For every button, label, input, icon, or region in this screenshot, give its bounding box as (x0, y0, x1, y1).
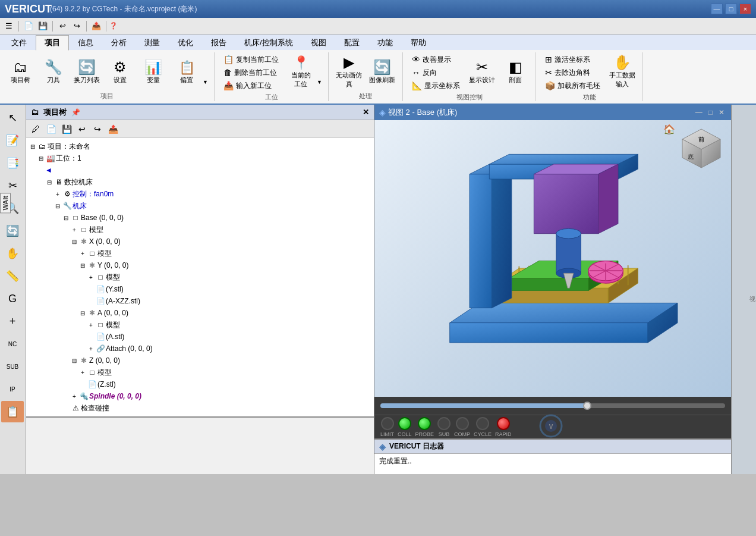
tree-nc-machine[interactable]: ⊟ 🖥 数控机床 (26, 176, 374, 188)
toggle-base-model[interactable]: + (70, 227, 78, 233)
lt-g-button[interactable]: G (1, 288, 24, 309)
toggle-y-model[interactable]: + (87, 274, 95, 281)
toggle-spindle[interactable]: + (70, 393, 78, 400)
tab-config[interactable]: 配置 (335, 35, 368, 50)
viewport-controls[interactable]: — □ ✕ (694, 108, 726, 117)
progress-thumb[interactable] (583, 402, 591, 410)
tab-project[interactable]: 项目 (36, 35, 69, 51)
toggle-machine[interactable]: ⊟ (53, 203, 62, 209)
toggle-z-model[interactable]: + (78, 369, 87, 376)
tree-z-model[interactable]: + □ 模型 (26, 366, 374, 378)
tree-y-stl[interactable]: 📄 (Y.stl) (26, 283, 374, 295)
tree-y-axis[interactable]: ⊟ ✱ Y (0, 0, 0) (26, 259, 374, 271)
lt-plus-button[interactable]: + (1, 311, 24, 332)
tool-change-button[interactable]: 🔄 换刀列表 (71, 54, 102, 90)
pin-button[interactable]: 📌 (71, 108, 80, 117)
show-coords-button[interactable]: 📐 显示坐标系 (408, 80, 464, 92)
toggle-nc[interactable]: ⊟ (45, 179, 53, 186)
simulate-button[interactable]: ▶ 无动画仿真 (333, 54, 364, 90)
reverse-button[interactable]: ↔ 反向 (408, 67, 464, 79)
tree-x-axis[interactable]: ⊟ ✱ X (0, 0, 0) (26, 236, 374, 247)
tab-file[interactable]: 文件 (2, 35, 36, 50)
current-ws-dropdown[interactable]: ▼ (316, 54, 323, 90)
tree-x-model[interactable]: + □ 模型 (26, 247, 374, 259)
lt-nc2-button[interactable]: NC (1, 333, 24, 355)
maximize-button[interactable]: □ (725, 4, 737, 14)
vp-minimize[interactable]: — (694, 108, 704, 117)
tab-measure[interactable]: 测量 (136, 35, 169, 50)
tree-machine[interactable]: ⊟ 🔧 机床 (26, 200, 374, 212)
activate-coords-button[interactable]: ⊞ 激活坐标系 (541, 54, 604, 65)
tab-info[interactable]: 信息 (69, 35, 102, 50)
tree-base-model[interactable]: + □ 模型 (26, 224, 374, 236)
tab-machine[interactable]: 机床/控制系统 (235, 35, 302, 50)
tree-base[interactable]: ⊟ □ Base (0, 0, 0) (26, 212, 374, 224)
toggle-a-model[interactable]: + (87, 322, 95, 328)
lt-nc-button[interactable]: 📝 (1, 130, 24, 151)
lt-sub-button[interactable]: 📑 (1, 152, 24, 174)
tree-collision[interactable]: ⚠ 检查碰撞 (26, 402, 374, 414)
lt-rotate-button[interactable]: 🔄 (1, 220, 24, 242)
refresh-button[interactable]: 🔄 图像刷新 (367, 54, 398, 90)
tree-a-stl[interactable]: 📄 (A.stl) (26, 331, 374, 343)
tree-z-stl[interactable]: 📄 (Z.stl) (26, 378, 374, 390)
offset-dropdown[interactable]: ▼ (202, 54, 209, 90)
toggle-station[interactable]: ⊟ (37, 155, 45, 162)
tree-edit-button[interactable]: 🖊 (29, 122, 43, 136)
viewport-3d[interactable]: 🏠 (374, 120, 731, 397)
toggle-base[interactable]: ⊟ (62, 215, 70, 221)
menu-button[interactable]: ☰ (2, 20, 15, 33)
toggle-control[interactable]: + (53, 191, 62, 198)
tree-spindle[interactable]: + 🔩 Spindle (0, 0, 0) (26, 390, 374, 402)
tree-a-axis[interactable]: ⊟ ✱ A (0, 0, 0) (26, 307, 374, 319)
save-button[interactable]: 💾 (36, 20, 49, 33)
current-workstation-button[interactable]: 📍 当前的工位 (285, 54, 316, 90)
lt-select-button[interactable]: ↖ (1, 107, 24, 128)
toggle-attach[interactable]: + (87, 346, 95, 352)
lt-ip-button[interactable]: IP (1, 378, 24, 400)
lt-sub2-button[interactable]: SUB (1, 356, 24, 377)
new-button[interactable]: 📄 (22, 20, 35, 33)
tree-project-root[interactable]: ⊟ 🗂 项目：未命名 (26, 140, 374, 152)
progress-track[interactable] (380, 403, 725, 408)
tree-undo-button[interactable]: ↩ (75, 122, 89, 136)
copy-workstation-button[interactable]: 📋 复制当前工位 (219, 54, 283, 65)
tree-station[interactable]: ⊟ 🏭 工位：1 (26, 152, 374, 164)
export-button[interactable]: 📤 (90, 20, 103, 33)
tree-axzz-stl[interactable]: 📄 (A-XZZ.stl) (26, 295, 374, 307)
settings-button[interactable]: ⚙ 设置 (105, 54, 136, 90)
lt-orange-button[interactable]: 📋 (1, 401, 24, 422)
tools-button[interactable]: 🔧 刀具 (38, 54, 69, 90)
undo-button[interactable]: ↩ (56, 20, 69, 33)
offset-button[interactable]: 📋 偏置 (171, 54, 202, 90)
variables-button[interactable]: 📊 变量 (138, 54, 169, 90)
load-stock-button[interactable]: 📦 加载所有毛坯 (541, 80, 604, 92)
toggle-project[interactable]: ⊟ (29, 143, 37, 150)
lt-measure-button[interactable]: 📏 (1, 265, 24, 287)
manual-input-button[interactable]: ✋ 手工数据输入 (607, 54, 638, 90)
toggle-a[interactable]: ⊟ (78, 310, 87, 316)
tab-report[interactable]: 报告 (202, 35, 235, 50)
tree-z-axis[interactable]: ⊟ ✱ Z (0, 0, 0) (26, 355, 374, 366)
vp-maximize[interactable]: □ (707, 108, 714, 117)
toggle-y[interactable]: ⊟ (78, 262, 87, 269)
tree-attach[interactable]: + 🔗 Attach (0, 0, 0) (26, 343, 374, 355)
tree-control[interactable]: + ⚙ 控制：fan0m (26, 188, 374, 200)
redo-button[interactable]: ↪ (70, 20, 83, 33)
window-controls[interactable]: — □ × (711, 4, 751, 14)
section-button[interactable]: ◧ 剖面 (500, 54, 531, 90)
toggle-x[interactable]: ⊟ (70, 239, 78, 245)
show-design-button[interactable]: ✂ 显示设计 (467, 54, 497, 90)
tree-new-button[interactable]: 📄 (44, 122, 58, 136)
tree-save-button[interactable]: 💾 (59, 122, 74, 136)
panel-close-button[interactable]: ✕ (363, 108, 369, 117)
remove-material-button[interactable]: ✂ 去除边角料 (541, 67, 604, 79)
tree-y-model[interactable]: + □ 模型 (26, 271, 374, 283)
right-panel-hint[interactable]: 视 (731, 105, 756, 474)
tree-a-model[interactable]: + □ 模型 (26, 319, 374, 331)
import-workstation-button[interactable]: 📥 输入新工位 (219, 80, 283, 92)
tree-export-button[interactable]: 📤 (106, 122, 120, 136)
tree-redo-button[interactable]: ↪ (90, 122, 105, 136)
tab-analysis[interactable]: 分析 (102, 35, 136, 50)
minimize-button[interactable]: — (711, 4, 723, 14)
